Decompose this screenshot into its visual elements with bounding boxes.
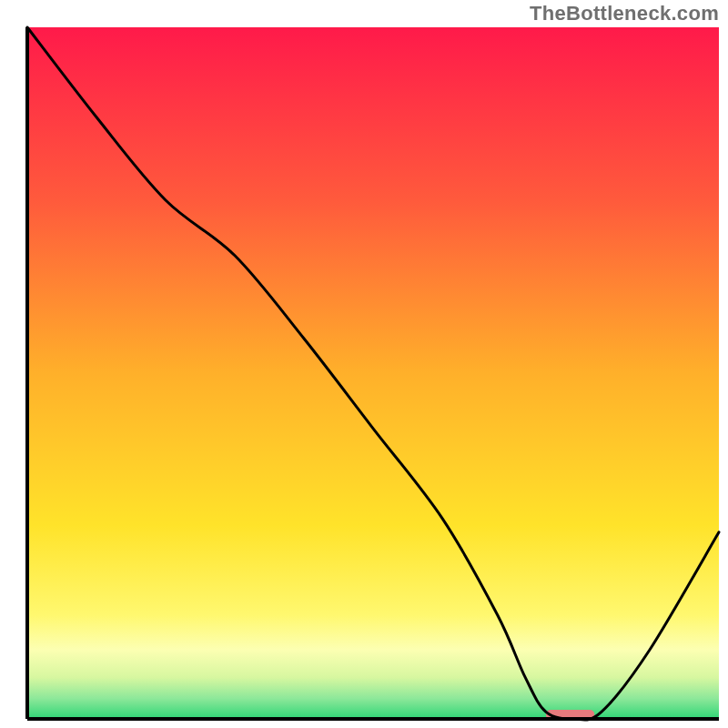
watermark-text: TheBottleneck.com: [530, 2, 719, 25]
gradient-background: [27, 27, 719, 719]
bottleneck-chart: [0, 0, 728, 728]
chart-frame: TheBottleneck.com: [0, 0, 728, 728]
